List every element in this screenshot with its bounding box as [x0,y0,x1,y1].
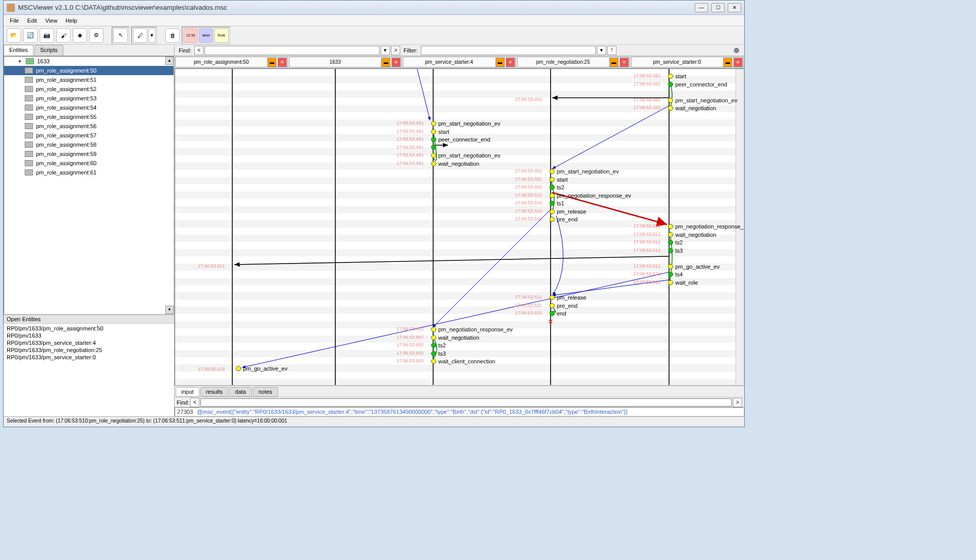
event-node[interactable]: pm_release [550,208,586,215]
event-node[interactable]: pm_start_negotiation_ev [668,97,737,103]
tree-root[interactable]: ▾ 1633 [4,57,174,66]
event-node[interactable]: wait_negotiation [668,105,716,111]
find-input[interactable] [204,46,380,55]
tree-item[interactable]: pm_role_assignment:59 [4,149,174,159]
event-node[interactable]: start [668,73,686,79]
find-prev-button[interactable]: < [194,46,203,55]
event-node[interactable]: start [431,129,449,135]
open-entity-item[interactable]: RP0/pm/1633/pm_service_starter:0 [7,354,171,361]
tree-item[interactable]: pm_role_assignment:53 [4,94,174,103]
settings-button[interactable]: ⚙ [89,28,104,43]
maximize-button[interactable]: ☐ [711,3,725,12]
menu-file[interactable]: File [6,16,23,25]
event-node[interactable]: pm_start_negotiation_ev [431,120,500,127]
find-next-button[interactable]: > [391,46,400,55]
filter-dropdown[interactable]: ▾ [597,46,606,55]
lane-close-button[interactable]: ✕ [620,58,629,67]
tree-item[interactable]: pm_role_assignment:57 [4,131,174,140]
menu-view[interactable]: View [41,16,62,25]
tree-scroll-down[interactable]: ▼ [165,306,174,314]
zoom-slider[interactable] [622,47,742,54]
event-node[interactable]: pm_go_active_ev [236,365,287,372]
close-button[interactable]: ✕ [728,3,741,12]
open-entity-item[interactable]: RP0/pm/1633/pm_role_assignment:50 [7,325,171,332]
btab-data[interactable]: data [229,387,251,397]
event-node[interactable]: pm_start_negotiation_ev [431,152,500,159]
event-node[interactable]: ts4 [668,271,683,277]
event-node[interactable]: pm_go_active_ev [668,264,720,270]
slider-thumb[interactable] [734,48,739,53]
camera-button[interactable]: 📷 [40,28,54,43]
event-node[interactable]: wait_negotiation [668,232,716,238]
event-node[interactable]: ts2 [668,239,683,246]
bottom-find-prev[interactable]: < [190,398,199,407]
open-entity-item[interactable]: RP0/pm/1633/pm_service_starter:4 [7,339,171,346]
tree-item[interactable]: pm_role_assignment:58 [4,140,174,149]
note-toggle[interactable]: Note [214,28,229,43]
event-node[interactable]: pm_start_negotiation_ev [550,168,619,174]
refresh-button[interactable]: 🔄 [23,28,38,43]
cursor-button[interactable]: ↖ [113,28,128,43]
minimize-button[interactable]: — [695,3,708,12]
sequence-chart[interactable]: 17:06:53.491start17:06:53.491peer_connec… [175,68,744,386]
lane-minimize-button[interactable]: ▬ [609,58,619,67]
btab-results[interactable]: results [200,387,228,397]
lane-minimize-button[interactable]: ▬ [267,58,277,67]
tab-entities[interactable]: Entities [4,45,33,56]
tree-collapse-icon[interactable]: ▾ [19,59,24,64]
menu-help[interactable]: Help [61,16,81,25]
btab-input[interactable]: input [176,387,199,397]
event-node[interactable]: pm_negotiation_response_ev [550,192,631,199]
tree-item[interactable]: pm_role_assignment:61 [4,168,174,177]
event-node[interactable]: end [550,310,566,317]
event-node[interactable]: wait_client_connection [431,358,495,364]
btab-notes[interactable]: notes [253,387,278,397]
lane-minimize-button[interactable]: ▬ [381,58,390,67]
lane-minimize-button[interactable]: ▬ [495,58,505,67]
event-node[interactable]: ts1 [550,200,564,206]
lane-close-button[interactable]: ✕ [733,58,743,67]
find-dropdown[interactable]: ▾ [381,46,390,55]
tree-item[interactable]: pm_role_assignment:56 [4,121,174,131]
event-node[interactable]: ts3 [668,248,683,254]
event-node[interactable]: ts3 [431,351,446,357]
label-toggle[interactable]: label [199,28,213,43]
event-node[interactable]: wait_role [668,279,698,286]
event-node[interactable]: pre_end [550,216,577,222]
tree-item[interactable]: pm_role_assignment:54 [4,103,174,112]
event-node[interactable]: pm_negotiation_response_ev [668,223,744,230]
event-node[interactable] [431,145,438,150]
open-entity-item[interactable]: RP0/pm/1633 [7,332,171,339]
filter-apply-button[interactable]: ! [607,46,617,55]
event-node[interactable]: wait_negotiation [431,335,480,341]
event-node[interactable]: pm_release [550,294,586,301]
event-node[interactable]: ts2 [550,184,564,190]
event-node[interactable]: pre_end [550,303,577,309]
event-node[interactable]: peer_connector_end [431,136,490,143]
marker-button[interactable]: 🖊 [133,28,147,43]
open-entity-item[interactable]: RP0/pm/1633/pm_role_negotiation:25 [7,346,171,354]
tree-item[interactable]: pm_role_assignment:50 [4,66,174,75]
tab-scripts[interactable]: Scripts [35,45,63,56]
lane-close-button[interactable]: ✕ [278,58,287,67]
compress-button[interactable]: 🗑 [165,28,180,43]
event-node[interactable]: ts2 [431,342,446,348]
bottom-find-next[interactable]: > [733,398,742,407]
lane-close-button[interactable]: ✕ [506,58,515,67]
menu-edit[interactable]: Edit [23,16,41,25]
bottom-find-input[interactable] [200,398,732,407]
open-entities-list[interactable]: RP0/pm/1633/pm_role_assignment:50RP0/pm/… [4,324,174,416]
filter-input[interactable] [421,46,596,55]
timestamp-toggle[interactable]: 12:34 [183,28,198,43]
lane-close-button[interactable]: ✕ [391,58,401,67]
marker-dropdown[interactable]: ▾ [148,28,156,43]
tree-item[interactable]: pm_role_assignment:60 [4,159,174,168]
event-node[interactable]: start [550,177,568,183]
event-node[interactable]: peer_connector_end [668,81,727,87]
log-line[interactable]: 27303 @msc_event({"entity":"RP0/1633/163… [175,407,744,416]
open-button[interactable]: 📂 [7,28,21,43]
tree-scroll-up[interactable]: ▲ [165,57,174,65]
lane-minimize-button[interactable]: ▬ [723,58,732,67]
tree-item[interactable]: pm_role_assignment:51 [4,75,174,84]
clear-button[interactable]: 🖌 [56,28,71,43]
